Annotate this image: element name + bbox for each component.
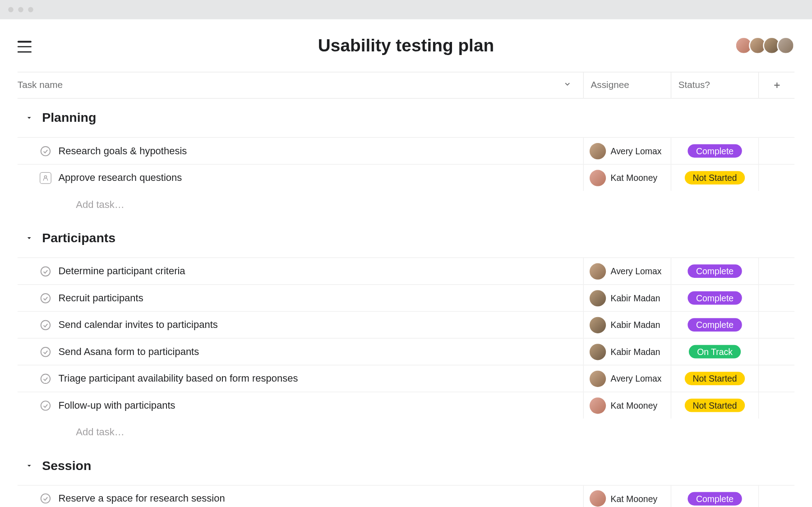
- section-header[interactable]: Participants: [18, 219, 794, 257]
- task-main-cell[interactable]: Approve research questions: [18, 165, 583, 191]
- section-collapse-icon[interactable]: [24, 234, 34, 243]
- task-row[interactable]: Send calendar invites to participantsKab…: [18, 311, 794, 338]
- check-circle-icon[interactable]: [40, 319, 51, 331]
- svg-point-6: [41, 320, 50, 329]
- task-main-cell[interactable]: Triage participant availability based on…: [18, 365, 583, 392]
- section-collapse-icon[interactable]: [24, 113, 34, 123]
- assignee-cell[interactable]: Kat Mooney: [583, 165, 671, 191]
- section-header[interactable]: Session: [18, 447, 794, 485]
- section-header[interactable]: Planning: [18, 99, 794, 137]
- avatar: [590, 290, 606, 306]
- avatar: [590, 490, 606, 507]
- status-cell[interactable]: Not Started: [671, 165, 758, 191]
- extra-cell[interactable]: [758, 486, 794, 507]
- check-circle-icon[interactable]: [40, 265, 51, 277]
- assignee-cell[interactable]: Kabir Madan: [583, 312, 671, 338]
- check-circle-icon[interactable]: [40, 346, 51, 358]
- status-badge: Complete: [688, 492, 742, 505]
- assignee-cell[interactable]: Kabir Madan: [583, 339, 671, 365]
- task-row[interactable]: Recruit participantsKabir MadanComplete: [18, 284, 794, 311]
- extra-cell[interactable]: [758, 258, 794, 284]
- svg-point-5: [41, 293, 50, 302]
- assignee-cell[interactable]: Kabir Madan: [583, 285, 671, 311]
- collaborator-avatars[interactable]: [738, 37, 794, 55]
- svg-point-3: [44, 175, 46, 178]
- traffic-light-close[interactable]: [8, 7, 14, 13]
- assignee-name: Kabir Madan: [611, 347, 660, 357]
- extra-cell[interactable]: [758, 392, 794, 419]
- add-column-button[interactable]: [758, 72, 794, 98]
- assignee-cell[interactable]: Avery Lomax: [583, 365, 671, 392]
- task-title: Reserve a space for research session: [58, 493, 225, 504]
- task-title: Approve research questions: [58, 172, 182, 184]
- extra-cell[interactable]: [758, 138, 794, 164]
- status-cell[interactable]: Complete: [671, 285, 758, 311]
- task-row[interactable]: Send Asana form to participantsKabir Mad…: [18, 338, 794, 365]
- check-circle-icon[interactable]: [40, 400, 51, 411]
- check-circle-icon[interactable]: [40, 493, 51, 504]
- status-cell[interactable]: Complete: [671, 312, 758, 338]
- hamburger-menu-icon[interactable]: [18, 41, 32, 53]
- avatar: [590, 263, 606, 279]
- task-main-cell[interactable]: Reserve a space for research session: [18, 486, 583, 507]
- task-row[interactable]: Triage participant availability based on…: [18, 365, 794, 392]
- svg-point-7: [41, 347, 50, 356]
- column-header-row: Task name Assignee Status?: [18, 72, 794, 99]
- status-badge: Complete: [688, 291, 742, 305]
- traffic-light-zoom[interactable]: [28, 7, 33, 13]
- column-header-task[interactable]: Task name: [18, 80, 583, 90]
- chevron-down-icon[interactable]: [563, 80, 572, 90]
- task-title: Follow-up with participants: [58, 400, 175, 411]
- status-cell[interactable]: Complete: [671, 258, 758, 284]
- add-task-button[interactable]: Add task…: [18, 419, 794, 447]
- task-main-cell[interactable]: Research goals & hypothesis: [18, 138, 583, 164]
- extra-cell[interactable]: [758, 165, 794, 191]
- status-cell[interactable]: Complete: [671, 138, 758, 164]
- add-task-button[interactable]: Add task…: [18, 191, 794, 219]
- task-main-cell[interactable]: Recruit participants: [18, 285, 583, 311]
- approval-icon[interactable]: [40, 172, 51, 184]
- avatar[interactable]: [777, 37, 794, 55]
- assignee-cell[interactable]: Kat Mooney: [583, 486, 671, 507]
- svg-point-9: [41, 401, 50, 410]
- avatar: [590, 397, 606, 414]
- status-cell[interactable]: On Track: [671, 339, 758, 365]
- task-row[interactable]: Approve research questionsKat MooneyNot …: [18, 164, 794, 191]
- avatar: [590, 344, 606, 360]
- status-cell[interactable]: Complete: [671, 486, 758, 507]
- task-row[interactable]: Research goals & hypothesisAvery LomaxCo…: [18, 137, 794, 164]
- traffic-light-minimize[interactable]: [18, 7, 23, 13]
- status-cell[interactable]: Not Started: [671, 392, 758, 419]
- assignee-cell[interactable]: Avery Lomax: [583, 258, 671, 284]
- check-circle-icon[interactable]: [40, 292, 51, 304]
- check-circle-icon[interactable]: [40, 373, 51, 384]
- svg-point-4: [41, 267, 50, 276]
- check-circle-icon[interactable]: [40, 145, 51, 157]
- avatar: [590, 170, 606, 186]
- task-row[interactable]: Reserve a space for research sessionKat …: [18, 485, 794, 507]
- assignee-cell[interactable]: Avery Lomax: [583, 138, 671, 164]
- extra-cell[interactable]: [758, 365, 794, 392]
- task-row[interactable]: Follow-up with participantsKat MooneyNot…: [18, 392, 794, 419]
- assignee-name: Kat Mooney: [611, 173, 658, 183]
- avatar: [590, 317, 606, 333]
- assignee-cell[interactable]: Kat Mooney: [583, 392, 671, 419]
- task-main-cell[interactable]: Determine participant criteria: [18, 258, 583, 284]
- task-row[interactable]: Determine participant criteriaAvery Loma…: [18, 258, 794, 285]
- assignee-name: Avery Lomax: [611, 146, 662, 156]
- assignee-name: Avery Lomax: [611, 266, 662, 276]
- extra-cell[interactable]: [758, 339, 794, 365]
- task-title: Send calendar invites to participants: [58, 319, 217, 331]
- section-collapse-icon[interactable]: [24, 461, 34, 470]
- status-badge: Complete: [688, 318, 742, 332]
- window-chrome: [0, 0, 812, 19]
- extra-cell[interactable]: [758, 312, 794, 338]
- column-header-assignee[interactable]: Assignee: [583, 72, 671, 98]
- task-main-cell[interactable]: Send Asana form to participants: [18, 339, 583, 365]
- column-header-status[interactable]: Status?: [671, 72, 758, 98]
- extra-cell[interactable]: [758, 285, 794, 311]
- status-cell[interactable]: Not Started: [671, 365, 758, 392]
- column-header-task-label: Task name: [18, 80, 63, 90]
- task-main-cell[interactable]: Follow-up with participants: [18, 392, 583, 419]
- task-main-cell[interactable]: Send calendar invites to participants: [18, 312, 583, 338]
